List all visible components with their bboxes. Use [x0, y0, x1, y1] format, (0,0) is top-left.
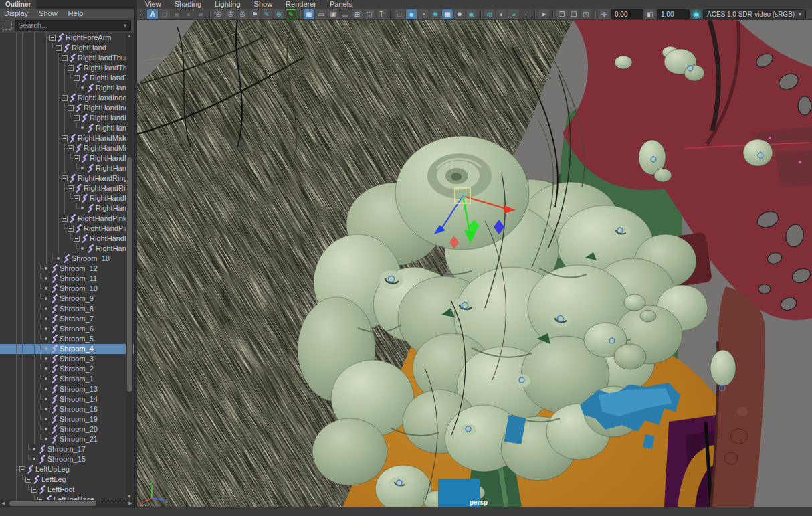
view-transform-select[interactable]: ACES 1.0 SDR-video (sRGB)▼ [703, 9, 806, 19]
expand-toggle-icon[interactable] [56, 45, 62, 51]
expand-toggle-icon[interactable] [31, 487, 37, 493]
outliner-tree-item[interactable]: RightHandMiddl [0, 133, 134, 143]
outliner-tree-item[interactable]: RightForeArm [0, 33, 134, 43]
safe-title-icon[interactable]: T [376, 9, 387, 19]
outliner-tree-item[interactable]: LeftFoot [0, 485, 134, 495]
marquee-select-icon[interactable]: □ [159, 9, 170, 19]
outliner-tree-item[interactable]: Shroom_13 [0, 384, 134, 394]
expand-toggle-icon[interactable] [62, 95, 68, 101]
outliner-tree-item[interactable]: RightHandThum [0, 53, 134, 63]
expand-toggle-icon[interactable] [62, 175, 68, 181]
film-gate-icon[interactable]: ▭ [316, 9, 326, 19]
outliner-tree-item[interactable]: Shroom_11 [0, 274, 134, 284]
outliner-tree-item[interactable]: RightHandP [0, 234, 134, 244]
field-chart-icon[interactable]: ⊞ [352, 9, 363, 19]
gate-mask-icon[interactable]: ▬ [340, 9, 350, 19]
shadows-icon[interactable]: ▩ [442, 9, 453, 19]
scroll-down-icon[interactable]: ▼ [126, 493, 133, 500]
select-cursor-icon[interactable]: ➤ [538, 9, 549, 19]
expand-toggle-icon[interactable] [62, 216, 68, 222]
expand-toggle-icon[interactable] [68, 65, 74, 71]
outliner-tree-item[interactable]: RightHandM [0, 153, 134, 163]
viewport-menu-item[interactable]: Lighting [215, 0, 241, 9]
scroll-up-icon[interactable]: ▲ [126, 33, 133, 39]
pan-zoom-icon[interactable]: ⊕ [274, 9, 284, 19]
grease-pencil-icon[interactable]: ✎ [286, 9, 296, 19]
gamma-icon[interactable]: ◧ [645, 9, 655, 19]
shaded-icon[interactable]: ■ [406, 9, 417, 19]
expand-toggle-icon[interactable] [74, 195, 80, 201]
outliner-tree-item[interactable]: RightHandT [0, 73, 134, 83]
viewport-menu-item[interactable]: View [145, 0, 161, 9]
outliner-menu-item[interactable]: Show [39, 9, 58, 18]
search-input[interactable]: Search... ▼ [15, 20, 131, 31]
xray-active-icon[interactable]: ◕ [508, 9, 519, 19]
parallelogram-tool-icon[interactable]: ▰ [195, 9, 206, 19]
outliner-tree-item[interactable]: Shroom_19 [0, 414, 134, 424]
wireframe-icon[interactable]: □ [394, 9, 405, 19]
outliner-horizontal-scrollbar[interactable]: ◀ ▶ [0, 500, 134, 507]
copy-view-icon[interactable]: ❐ [556, 9, 567, 19]
bookmark-icon[interactable]: ⚑ [249, 9, 260, 19]
outliner-tree-item[interactable]: RightHand [0, 43, 134, 53]
outliner-tab[interactable]: Outliner [0, 0, 36, 9]
outliner-tree-item[interactable]: Shroom_16 [0, 404, 134, 414]
lock-camera-icon[interactable]: ✇ [225, 9, 236, 19]
textured-icon[interactable]: ◔ [418, 9, 429, 19]
outliner-vertical-scrollbar[interactable]: ▲ ▼ [126, 33, 133, 500]
outliner-tree-item[interactable]: LeftToeBase [0, 495, 134, 500]
outliner-tree-item[interactable]: Shroom_1 [0, 374, 134, 384]
outliner-tree-item[interactable]: RightHandR [0, 193, 134, 203]
camera-attributes-icon[interactable]: ✇ [237, 9, 248, 19]
viewport-menu-item[interactable]: Renderer [286, 0, 316, 9]
dropdown-caret-icon[interactable]: ▼ [795, 10, 805, 19]
outliner-menu-item[interactable]: Display [4, 9, 28, 18]
outliner-menu-item[interactable]: Help [68, 9, 84, 18]
expand-toggle-icon[interactable] [68, 226, 74, 232]
outliner-tree-item[interactable]: Shroom_15 [0, 454, 134, 464]
expand-toggle-icon[interactable] [74, 155, 80, 161]
outliner-tree-item[interactable]: RightHandThu [0, 63, 134, 73]
outliner-tree-item[interactable]: RightHan [0, 203, 134, 213]
square-tool-icon[interactable]: ■ [171, 9, 182, 19]
outliner-tree-item[interactable]: RightHandRing1 [0, 173, 134, 183]
use-all-lights-icon[interactable]: ✺ [430, 9, 441, 19]
outliner-tree-item[interactable]: Shroom_3 [0, 354, 134, 364]
safe-action-icon[interactable]: ◱ [364, 9, 375, 19]
outliner-tree-item[interactable]: Shroom_8 [0, 304, 134, 314]
motion-blur-icon[interactable]: ◉ [466, 9, 477, 19]
outliner-tree-item[interactable]: RightHandPinky [0, 213, 134, 224]
expand-toggle-icon[interactable] [62, 135, 68, 141]
grid-icon[interactable]: ▦ [304, 9, 314, 19]
outliner-tree-item[interactable]: RightHandMic [0, 143, 134, 153]
expand-toggle-icon[interactable] [74, 115, 80, 121]
color-management-icon[interactable]: ◉ [691, 9, 702, 19]
image-plane-icon[interactable]: ✎ [262, 9, 272, 19]
outliner-tree-item[interactable]: LeftUpLeg [0, 464, 134, 475]
outliner-tree-item[interactable]: Shroom_12 [0, 264, 134, 274]
search-dropdown-caret-icon[interactable]: ▼ [122, 23, 128, 29]
exposure-field[interactable]: 0.00 [611, 9, 643, 19]
circle-tool-icon[interactable]: ● [183, 9, 194, 19]
outliner-tree-item[interactable]: RightHan [0, 83, 134, 93]
xray-joints-icon[interactable]: ▪ [520, 9, 531, 19]
expand-toggle-icon[interactable] [19, 466, 25, 472]
occlusion-icon[interactable]: ✹ [454, 9, 465, 19]
outliner-tree-item[interactable]: Shroom_2 [0, 364, 134, 374]
outliner-tree-item[interactable]: RightHandIn [0, 113, 134, 123]
expand-toggle-icon[interactable] [25, 477, 31, 483]
viewport-menu-item[interactable]: Shading [175, 0, 201, 9]
scroll-left-icon[interactable]: ◀ [0, 501, 7, 506]
viewport-canvas[interactable]: y z x persp [137, 20, 812, 507]
selection-highlight-icon[interactable]: A [147, 9, 158, 19]
outliner-tree-item[interactable]: Shroom_6 [0, 324, 134, 334]
paste-view-icon[interactable]: ❏ [569, 9, 579, 19]
select-camera-icon[interactable]: ✇ [213, 9, 224, 19]
scrollbar-thumb[interactable] [9, 501, 96, 506]
expand-toggle-icon[interactable] [68, 145, 74, 151]
outliner-tree-item[interactable]: Shroom_9 [0, 294, 134, 304]
expand-toggle-icon[interactable] [62, 55, 68, 61]
viewport-menu-item[interactable]: Panels [330, 0, 352, 9]
expand-toggle-icon[interactable] [68, 105, 74, 111]
outliner-tree-item[interactable]: Shroom_18 [0, 254, 134, 264]
